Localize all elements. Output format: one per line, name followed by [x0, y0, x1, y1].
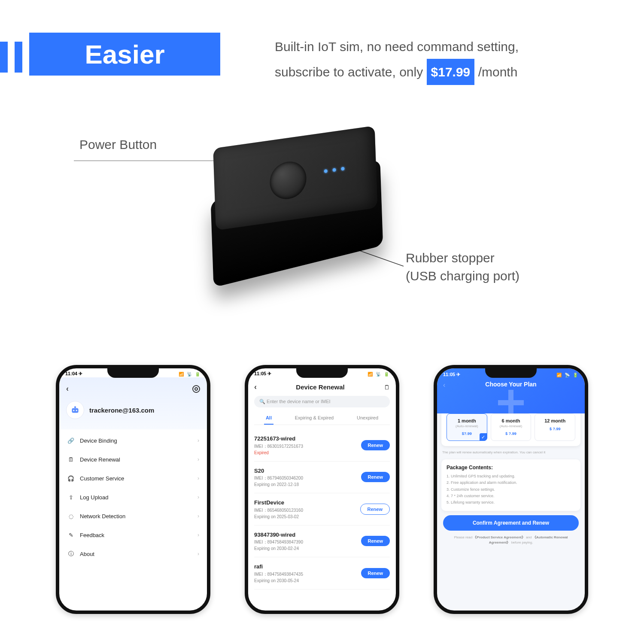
svg-rect-6 — [74, 406, 76, 408]
plan-12-month[interactable]: 12 month$ ?.99 — [535, 413, 575, 441]
back-button[interactable]: ‹ — [254, 383, 257, 392]
feedback-icon: ✎ — [67, 531, 75, 539]
phone-account: 11:04 ✈ ‹ trackerone@163.com 🔗Device Bin… — [56, 365, 210, 614]
device-status: Expiring on 2025-03-02 — [254, 513, 303, 520]
phone-notch — [107, 368, 159, 378]
search-input[interactable]: 🔍 Enter the device name or IMEI — [254, 396, 390, 407]
led-icon — [324, 169, 328, 173]
gear-icon[interactable] — [192, 385, 200, 393]
account-email: trackerone@163.com — [89, 407, 154, 414]
device-imei: IMEI：865468050123160 — [254, 507, 303, 513]
phone-renewal: 11:05 ✈ ‹ Device Renewal 🗒 🔍 Enter the d… — [245, 365, 399, 614]
device-name: FirstDevice — [254, 498, 303, 507]
device-status: Expiring on 2030-05-24 — [254, 577, 303, 584]
svg-rect-3 — [72, 408, 78, 413]
phone-notch — [485, 368, 537, 378]
device-imei: IMEI：863019172251673 — [254, 443, 303, 450]
package-item: 3. Customize fence settings. — [447, 486, 575, 493]
menu-label: About — [80, 551, 94, 557]
info-icon: ⓘ — [67, 550, 75, 558]
menu-item-about[interactable]: ⓘAbout› — [59, 544, 207, 563]
plan-price: ?.99 — [464, 431, 472, 436]
device-status: Expired — [254, 450, 303, 456]
filter-tabs: All Expiring & Expired Unexpired — [254, 412, 390, 425]
status-icons — [556, 372, 579, 377]
agreement-note: Please read 《Product Service Agreement》 … — [437, 535, 585, 550]
header-line2b: /month — [478, 65, 518, 79]
device-imei: IMEI：867946050346200 — [254, 475, 303, 481]
device-row: rafiIMEI：894758493847435Expiring on 2030… — [254, 557, 390, 589]
avatar — [66, 401, 84, 419]
device-row: 93847390-wiredIMEI：894758493847390Expiri… — [254, 526, 390, 558]
phones-row: 11:04 ✈ ‹ trackerone@163.com 🔗Device Bin… — [0, 365, 644, 623]
header-line2a: subscribe to activate, only — [275, 65, 427, 79]
disc-text: before paying. — [510, 541, 533, 544]
headset-icon: 🎧 — [67, 474, 75, 482]
back-button[interactable]: ‹ — [66, 384, 69, 393]
menu-label: Customer Service — [80, 475, 124, 482]
plan-1-month[interactable]: 1 month(Auto-renewal)$?.99✓ — [447, 413, 487, 441]
network-icon: ◌ — [67, 512, 75, 520]
svg-point-5 — [76, 410, 77, 411]
label-power-button: Power Button — [79, 137, 157, 152]
chevron-right-icon: › — [197, 532, 199, 538]
renew-button[interactable]: Renew — [360, 504, 390, 515]
header-copy: Built-in IoT sim, no need command settin… — [275, 34, 631, 85]
accent-bar — [0, 42, 8, 73]
chevron-right-icon: › — [197, 437, 199, 444]
disc-text: Please read — [454, 535, 473, 539]
renew-button[interactable]: Renew — [361, 440, 390, 450]
tab-expiring[interactable]: Expiring & Expired — [293, 412, 336, 425]
status-icons — [179, 371, 201, 377]
device-name: 72251673-wired — [254, 434, 303, 443]
service-agreement-link[interactable]: 《Product Service Agreement》 — [473, 535, 525, 539]
plan-6-month[interactable]: 6 month(Auto-renewal)$ ?.99 — [491, 413, 532, 441]
device-imei: IMEI：894758493847435 — [254, 571, 303, 577]
status-time: 11:05 ✈ — [254, 371, 271, 377]
renew-button[interactable]: Renew — [361, 568, 390, 578]
tab-unexpired[interactable]: Unexpired — [355, 412, 380, 425]
package-title: Package Contents: — [447, 465, 575, 471]
page-title: Device Renewal — [296, 383, 344, 391]
plan-price: ?.99 — [553, 427, 560, 431]
renew-button[interactable]: Renew — [361, 472, 390, 482]
menu-label: Network Detection — [80, 513, 125, 519]
chevron-right-icon: › — [197, 494, 199, 500]
renew-button[interactable]: Renew — [361, 536, 390, 546]
label-usb-line1: Rubber stopper — [406, 251, 495, 265]
auto-renew-note: The plan will renew automatically when e… — [437, 446, 585, 456]
title-badge-text: Easier — [85, 39, 164, 70]
renewal-header: ‹ Device Renewal 🗒 🔍 Enter the device na… — [248, 377, 396, 429]
plan-sub: (Auto-renewal) — [493, 424, 529, 428]
menu-item-customer-service[interactable]: 🎧Customer Service› — [59, 469, 207, 488]
led-icon — [333, 168, 336, 172]
status-time: 11:04 ✈ — [65, 371, 82, 377]
menu-item-device-binding[interactable]: 🔗Device Binding› — [59, 431, 207, 450]
menu-item-device-renewal[interactable]: 🗓Device Renewal› — [59, 450, 207, 469]
menu-item-log-upload[interactable]: ⇪Log Upload› — [59, 488, 207, 507]
menu-item-network-detection[interactable]: ◌Network Detection› — [59, 507, 207, 526]
robot-icon — [70, 404, 81, 416]
tab-all[interactable]: All — [264, 412, 273, 425]
price-chip: $17.99 — [427, 59, 475, 85]
menu-label: Device Renewal — [80, 456, 120, 463]
label-usb-port: Rubber stopper (USB charging port) — [406, 249, 519, 285]
search-placeholder: Enter the device name or IMEI — [267, 399, 331, 404]
settings-menu: 🔗Device Binding› 🗓Device Renewal› 🎧Custo… — [59, 429, 207, 565]
svg-point-4 — [73, 410, 74, 411]
plan-options: 1 month(Auto-renewal)$?.99✓ 6 month(Auto… — [447, 413, 575, 441]
link-icon: 🔗 — [67, 437, 75, 444]
status-time: 11:05 ✈ — [443, 372, 460, 377]
orders-icon[interactable]: 🗒 — [384, 384, 390, 391]
upload-icon: ⇪ — [67, 493, 75, 501]
device-row: FirstDeviceIMEI：865468050123160Expiring … — [254, 493, 390, 526]
menu-item-feedback[interactable]: ✎Feedback› — [59, 526, 207, 544]
device-list: 72251673-wiredIMEI：863019172251673Expire… — [248, 429, 396, 589]
accent-bar — [15, 42, 22, 73]
disc-text: and — [525, 535, 533, 539]
plan-sub: (Auto-renewal) — [449, 424, 485, 428]
back-button[interactable]: ‹ — [443, 381, 445, 389]
svg-rect-8 — [498, 400, 524, 405]
confirm-button[interactable]: Confirm Agreement and Renew — [443, 515, 579, 531]
device-name: rafi — [254, 562, 303, 571]
